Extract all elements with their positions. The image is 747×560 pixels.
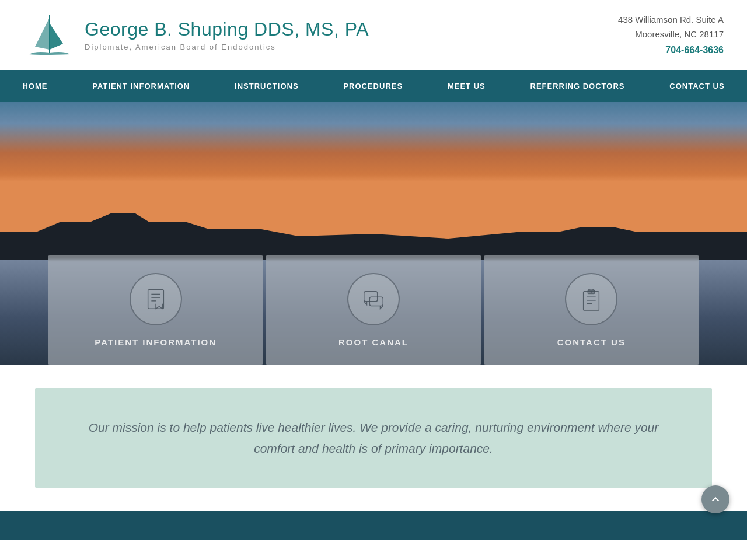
footer-bar xyxy=(0,511,747,540)
nav-home[interactable]: HOME xyxy=(15,70,54,102)
root-canal-icon-circle xyxy=(347,273,400,326)
address-line2: Mooresville, NC 28117 xyxy=(618,27,724,42)
hero-card-contact[interactable]: CONTACT US xyxy=(484,256,699,365)
svg-point-12 xyxy=(591,291,592,293)
nav-contact-us[interactable]: CONTACT US xyxy=(662,70,731,102)
mission-section: Our mission is to help patients live hea… xyxy=(0,365,747,511)
logo-icon xyxy=(23,9,76,61)
header-contact: 438 Williamson Rd. Suite A Mooresville, … xyxy=(618,12,724,58)
nav-procedures[interactable]: PROCEDURES xyxy=(336,70,410,102)
address-line1: 438 Williamson Rd. Suite A xyxy=(618,12,724,27)
patient-info-icon-circle xyxy=(130,273,182,326)
nav-patient-information[interactable]: PATIENT INFORMATION xyxy=(85,70,197,102)
nav-referring-doctors[interactable]: REFERRING DOCTORS xyxy=(523,70,632,102)
site-header: George B. Shuping DDS, MS, PA Diplomate,… xyxy=(0,0,747,70)
nav-meet-us[interactable]: MEET US xyxy=(441,70,493,102)
practice-name: George B. Shuping DDS, MS, PA xyxy=(85,19,369,40)
hero-card-patient-info[interactable]: PATIENT INFORMATION xyxy=(48,256,263,365)
logo-area: George B. Shuping DDS, MS, PA Diplomate,… xyxy=(23,9,369,61)
contact-icon-circle xyxy=(565,273,617,326)
hero-cards: PATIENT INFORMATION ROOT CANAL xyxy=(0,256,747,365)
scroll-to-top-button[interactable] xyxy=(701,485,729,513)
logo-text-area: George B. Shuping DDS, MS, PA Diplomate,… xyxy=(85,19,369,51)
svg-rect-5 xyxy=(364,292,378,302)
nav-instructions[interactable]: INSTRUCTIONS xyxy=(228,70,306,102)
hero-section: PATIENT INFORMATION ROOT CANAL xyxy=(0,102,747,365)
chat-bubbles-icon xyxy=(361,287,386,312)
practice-tagline: Diplomate, American Board of Endodontics xyxy=(85,43,369,51)
clipboard-icon xyxy=(579,287,603,312)
root-canal-label: ROOT CANAL xyxy=(338,337,409,347)
phone-number: 704-664-3636 xyxy=(618,42,724,58)
arrow-up-icon xyxy=(709,493,722,506)
svg-rect-7 xyxy=(584,292,599,310)
hero-card-root-canal[interactable]: ROOT CANAL xyxy=(266,256,481,365)
document-bookmark-icon xyxy=(144,287,168,312)
contact-us-label: CONTACT US xyxy=(557,337,626,347)
patient-info-label: PATIENT INFORMATION xyxy=(95,337,217,347)
mission-box: Our mission is to help patients live hea… xyxy=(35,388,712,488)
main-nav: HOME PATIENT INFORMATION INSTRUCTIONS PR… xyxy=(0,70,747,102)
mission-text: Our mission is to help patients live hea… xyxy=(82,417,665,459)
